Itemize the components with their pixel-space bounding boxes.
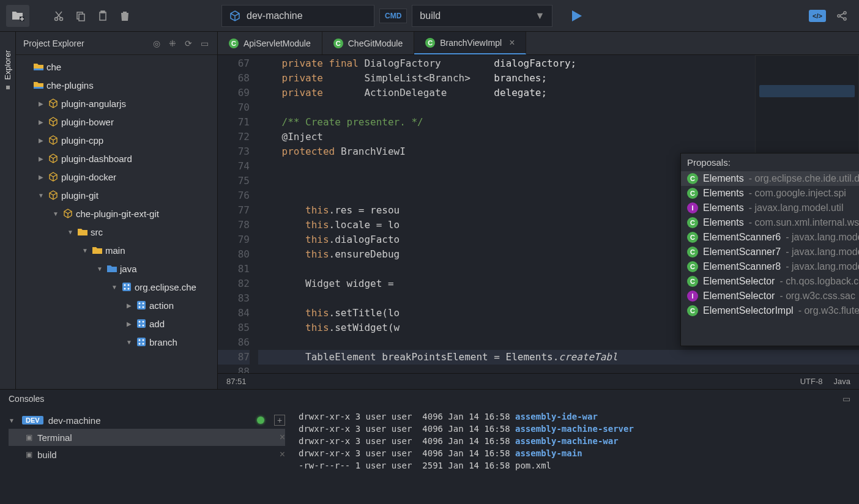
tree-item-label: java bbox=[120, 264, 137, 274]
tree-item[interactable]: ▼java bbox=[16, 259, 217, 278]
add-console-button[interactable]: + bbox=[274, 415, 285, 426]
chevron-icon: ▼ bbox=[110, 284, 119, 291]
tree-item[interactable]: che-plugins bbox=[16, 76, 217, 94]
svg-point-14 bbox=[128, 284, 130, 286]
new-resource-button[interactable] bbox=[6, 5, 29, 27]
proposal-item[interactable]: CElements - org.eclipse.che.ide.util.dom bbox=[681, 171, 859, 186]
close-icon[interactable]: × bbox=[280, 449, 285, 460]
close-icon[interactable]: × bbox=[509, 37, 515, 48]
module-icon bbox=[62, 208, 73, 219]
proposal-item[interactable]: CElementScanner6 - javax.lang.model.util bbox=[681, 230, 859, 245]
collapse-icon[interactable]: ⁜ bbox=[167, 38, 178, 49]
line-gutter: 6768697071727374757677787980818283848586… bbox=[218, 55, 258, 373]
proposal-package: - com.sun.xml.internal.ws.developer.Memb… bbox=[749, 217, 859, 228]
console-item[interactable]: ▣build× bbox=[9, 446, 285, 463]
language-label[interactable]: Java bbox=[834, 377, 850, 386]
side-tab-explorer[interactable]: Explorer bbox=[0, 32, 16, 389]
svg-rect-12 bbox=[122, 283, 131, 291]
tree-item[interactable]: ▶action bbox=[16, 296, 217, 314]
copy-button[interactable] bbox=[70, 5, 92, 27]
tree-item[interactable]: ▶plugin-cpp bbox=[16, 131, 217, 149]
project-explorer-panel: Project Explorer ◎ ⁜ ⟳ ▭ cheche-plugins▶… bbox=[16, 32, 218, 389]
proposal-item[interactable]: IElementSelector - org.w3c.css.sac bbox=[681, 289, 859, 303]
cursor-position: 87:51 bbox=[226, 377, 247, 386]
minimize-icon[interactable]: ▭ bbox=[199, 38, 210, 49]
tree-item[interactable]: ▶plugin-bower bbox=[16, 113, 217, 131]
locate-icon[interactable]: ◎ bbox=[151, 38, 162, 49]
console-item[interactable]: ▣Terminal× bbox=[9, 429, 285, 446]
tree-item[interactable]: ▼main bbox=[16, 241, 217, 259]
console-tree[interactable]: ▼ DEV dev-machine + ▣Terminal×▣build× bbox=[0, 408, 294, 504]
editor-tab[interactable]: CCheGitModule bbox=[322, 32, 415, 54]
editor-statusbar: 87:51 UTF-8 Java bbox=[218, 373, 859, 389]
proposal-name: Elements bbox=[703, 202, 744, 213]
close-icon[interactable]: × bbox=[280, 432, 285, 443]
console-item-label: build bbox=[37, 450, 57, 460]
command-value: build bbox=[420, 10, 441, 21]
editor-tabs: CApiServletModuleCCheGitModuleCBranchVie… bbox=[218, 32, 859, 55]
side-tab-label: Explorer bbox=[3, 50, 12, 80]
cut-button[interactable] bbox=[48, 5, 70, 27]
svg-rect-27 bbox=[137, 338, 146, 346]
svg-rect-17 bbox=[137, 301, 146, 309]
proposal-item[interactable]: CElements - com.sun.xml.internal.ws.deve… bbox=[681, 215, 859, 230]
code-view-toggle[interactable]: </> bbox=[809, 10, 826, 22]
tree-item[interactable]: ▶plugin-dashboard bbox=[16, 149, 217, 168]
class-icon: C bbox=[229, 39, 239, 48]
proposal-name: ElementSelectorImpl bbox=[703, 305, 794, 316]
package-icon bbox=[136, 318, 147, 329]
tree-item[interactable]: ▼plugin-git bbox=[16, 186, 217, 204]
machine-selector[interactable]: dev-machine bbox=[221, 5, 374, 27]
minimap-highlight bbox=[759, 85, 855, 97]
status-running-icon bbox=[257, 417, 264, 424]
project-tree[interactable]: cheche-plugins▶plugin-angularjs▶plugin-b… bbox=[16, 55, 217, 389]
proposal-package: - org.w3c.css.sac bbox=[779, 291, 855, 302]
proposal-name: ElementSelector bbox=[703, 291, 775, 302]
folder-y-icon bbox=[77, 226, 88, 237]
minimize-icon[interactable]: ▭ bbox=[842, 394, 850, 404]
svg-point-15 bbox=[124, 288, 126, 290]
svg-point-18 bbox=[139, 303, 141, 305]
command-selector[interactable]: build ▼ bbox=[412, 5, 552, 27]
proposals-list[interactable]: CElements - org.eclipse.che.ide.util.dom… bbox=[681, 171, 859, 318]
project-icon bbox=[33, 61, 44, 72]
proposal-item[interactable]: CElementScanner8 - javax.lang.model.util bbox=[681, 259, 859, 274]
tree-item[interactable]: che bbox=[16, 57, 217, 76]
refresh-icon[interactable]: ⟳ bbox=[183, 38, 194, 49]
console-machine-row[interactable]: ▼ DEV dev-machine + bbox=[9, 412, 285, 429]
tree-item[interactable]: ▶add bbox=[16, 314, 217, 333]
tree-item[interactable]: ▶plugin-docker bbox=[16, 168, 217, 186]
editor-tab[interactable]: CBranchViewImpl× bbox=[414, 32, 526, 54]
encoding-label[interactable]: UTF-8 bbox=[800, 377, 823, 386]
proposal-item[interactable]: CElementScanner7 - javax.lang.model.util bbox=[681, 245, 859, 259]
tree-item[interactable]: ▼branch bbox=[16, 333, 217, 351]
class-icon: C bbox=[425, 38, 435, 48]
tree-item-label: plugin-docker bbox=[61, 172, 116, 182]
share-button[interactable] bbox=[831, 5, 853, 27]
chevron-icon: ▶ bbox=[37, 100, 45, 107]
proposal-item[interactable]: CElements - com.google.inject.spi bbox=[681, 186, 859, 201]
svg-point-24 bbox=[143, 321, 144, 323]
proposal-package: - javax.lang.model.util bbox=[786, 261, 859, 272]
tree-item[interactable]: ▼src bbox=[16, 223, 217, 241]
svg-point-7 bbox=[838, 15, 840, 17]
minimap[interactable] bbox=[755, 55, 859, 159]
proposal-name: ElementScanner7 bbox=[703, 246, 781, 258]
proposal-item[interactable]: CElementSelector - ch.qos.logback.core.j… bbox=[681, 274, 859, 289]
chevron-icon: ▼ bbox=[37, 192, 45, 199]
run-button[interactable] bbox=[570, 9, 583, 23]
chevron-icon: ▶ bbox=[37, 137, 45, 144]
proposal-item[interactable]: IElements - javax.lang.model.util bbox=[681, 201, 859, 215]
editor-tab[interactable]: CApiServletModule bbox=[218, 32, 322, 54]
paste-button[interactable] bbox=[92, 5, 114, 27]
tree-item[interactable]: ▶plugin-angularjs bbox=[16, 94, 217, 113]
class-icon: C bbox=[333, 39, 343, 48]
delete-button[interactable] bbox=[114, 5, 136, 27]
console-output[interactable]: drwxr-xr-x 3 user user 4096 Jan 14 16:58… bbox=[294, 408, 859, 504]
proposal-item[interactable]: CElementSelectorImpl - org.w3c.flute.par… bbox=[681, 303, 859, 318]
package-icon bbox=[136, 300, 147, 311]
chevron-icon: ▼ bbox=[125, 339, 133, 346]
tree-item[interactable]: ▼che-plugin-git-ext-git bbox=[16, 204, 217, 223]
chevron-icon: ▼ bbox=[66, 229, 75, 235]
tree-item[interactable]: ▼org.eclipse.che bbox=[16, 278, 217, 296]
